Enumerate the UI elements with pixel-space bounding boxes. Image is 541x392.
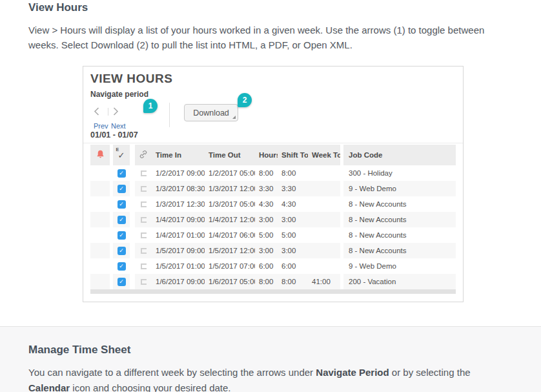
row-checkbox[interactable]: ✓ [117,231,126,240]
link-cell [135,181,152,196]
link-cell [135,274,152,289]
header-link[interactable] [135,145,152,165]
time-in-cell: 1/2/2017 09:00 AM [152,165,205,181]
shift-total-cell: 3:00 [278,212,308,227]
row-checkbox[interactable]: ✓ [117,278,126,286]
view-hours-section: View Hours View > Hours will display a l… [0,0,541,326]
hours-table: E✓ Time In Time Out Hours Shift Total We… [90,145,456,294]
table-row[interactable]: ✓ 1/3/2017 12:30 PM 1/3/2017 05:00 PM 4:… [90,196,456,212]
card-divider [83,143,463,143]
job-code-cell: 8 - New Accounts [343,212,456,227]
hours-cell: 5:00 [255,227,278,243]
header-job-code[interactable]: Job Code [343,145,456,165]
header-hours[interactable]: Hours [255,145,278,165]
week-total-cell: 41:00 [308,274,340,289]
check-icon: ✓ [119,217,124,223]
horizontal-scrollbar[interactable] [90,289,456,294]
week-total-cell [308,258,340,274]
approve-cell: ✓ [113,274,130,289]
unlinked-icon [141,263,147,269]
row-checkbox[interactable]: ✓ [117,247,126,255]
week-total-cell [308,165,340,181]
link-cell [135,227,152,243]
row-checkbox[interactable]: ✓ [117,185,126,193]
shift-total-cell: 3:00 [278,243,308,258]
row-main-block: 1/2/2017 09:00 AM 1/2/2017 05:00 PM 8:00… [135,165,340,181]
link-cell [135,258,152,274]
view-hours-screenshot-card: VIEW HOURS Navigate period Prev Next 01/… [83,66,464,302]
table-row[interactable]: ✓ 1/6/2017 09:00 AM 1/6/2017 05:00 PM 8:… [90,274,456,289]
shift-total-cell: 3:30 [278,181,308,196]
prev-week-button[interactable] [93,107,100,116]
time-out-cell: 1/4/2017 06:00 PM [205,227,255,243]
link-cell [135,243,152,258]
hours-cell: 8:00 [255,165,278,181]
column-gap [130,212,135,227]
dropdown-corner-icon [232,116,236,119]
prev-link[interactable]: Prev [94,122,108,130]
approve-cell: ✓ [113,212,130,227]
alert-cell [90,196,110,212]
table-row[interactable]: ✓ 1/4/2017 09:00 AM 1/4/2017 12:00 PM 3:… [90,212,456,227]
header-time-out[interactable]: Time Out [205,145,255,165]
job-code-cell: 9 - Web Demo [343,258,456,274]
alert-cell [90,243,110,258]
link-cell [135,165,152,181]
download-button[interactable]: Download [184,104,238,121]
week-total-cell [308,196,340,212]
unlinked-icon [141,279,147,285]
week-total-cell [308,212,340,227]
approve-cell: ✓ [113,243,130,258]
alert-cell [90,227,110,243]
job-code-cell: 8 - New Accounts [343,196,456,212]
job-code-cell: 9 - Web Demo [343,181,456,196]
column-gap [130,145,135,165]
manage-heading: Manage Time Sheet [28,344,513,356]
time-in-cell: 1/5/2017 09:00 AM [152,243,205,258]
table-row[interactable]: ✓ 1/4/2017 01:00 PM 1/4/2017 06:00 PM 5:… [90,227,456,243]
header-shift-total[interactable]: Shift Total [278,145,308,165]
row-checkbox[interactable]: ✓ [117,262,126,271]
week-total-cell [308,227,340,243]
approve-check-icon: E✓ [118,150,125,160]
shift-total-cell: 6:00 [278,258,308,274]
shift-total-cell: 8:00 [278,165,308,181]
header-time-in[interactable]: Time In [152,145,205,165]
navigate-period-bold: Navigate Period [316,367,389,378]
approve-cell: ✓ [113,227,130,243]
row-checkbox[interactable]: ✓ [117,200,126,209]
next-link[interactable]: Next [111,122,126,130]
row-main-block: 1/4/2017 09:00 AM 1/4/2017 12:00 PM 3:00… [135,212,340,227]
header-week-total[interactable]: Week Total [308,145,340,165]
table-row[interactable]: ✓ 1/5/2017 01:00 PM 1/5/2017 07:00 PM 6:… [90,258,456,274]
hours-cell: 3:30 [255,181,278,196]
alert-cell [90,274,110,289]
alert-cell [90,165,110,181]
time-out-cell: 1/3/2017 12:00 PM [205,181,255,196]
week-total-cell [308,243,340,258]
job-code-cell: 8 - New Accounts [343,243,456,258]
chevron-left-icon [93,108,100,118]
unlinked-icon [141,201,147,207]
table-row[interactable]: ✓ 1/2/2017 09:00 AM 1/2/2017 05:00 PM 8:… [90,165,456,181]
navigate-period-label: Navigate period [90,90,148,99]
shift-total-cell: 5:00 [278,227,308,243]
approve-cell: ✓ [113,196,130,212]
row-main-block: 1/5/2017 01:00 PM 1/5/2017 07:00 PM 6:00… [135,258,340,274]
check-icon: ✓ [119,186,124,192]
header-approve[interactable]: E✓ [113,145,130,165]
row-checkbox[interactable]: ✓ [117,216,126,224]
chevron-right-icon [112,108,119,118]
alert-cell [90,212,110,227]
time-in-cell: 1/3/2017 12:30 PM [152,196,205,212]
row-checkbox[interactable]: ✓ [117,169,126,178]
check-icon: ✓ [119,201,124,207]
table-row[interactable]: ✓ 1/3/2017 08:30 AM 1/3/2017 12:00 PM 3:… [90,181,456,196]
column-gap [130,165,135,181]
header-alerts[interactable] [90,145,110,165]
job-code-cell: 300 - Holiday [343,165,456,181]
intro-paragraph: View > Hours will display a list of your… [28,23,511,52]
next-week-button[interactable] [112,107,119,116]
table-row[interactable]: ✓ 1/5/2017 09:00 AM 1/5/2017 12:00 PM 3:… [90,243,456,258]
job-code-cell: 200 - Vacation [343,274,456,289]
